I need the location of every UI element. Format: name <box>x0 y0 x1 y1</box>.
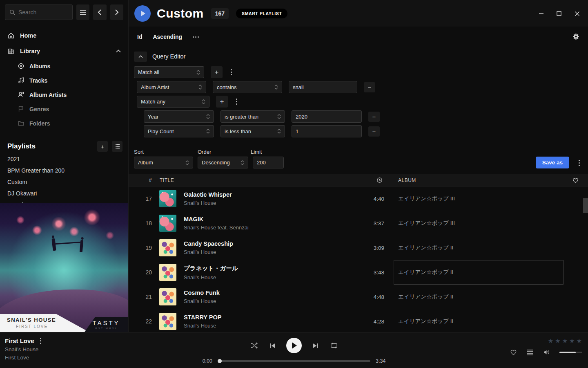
now-playing-menu-icon[interactable] <box>40 338 41 344</box>
track-duration: 3:37 <box>356 220 384 227</box>
play-playlist-button[interactable] <box>134 5 151 22</box>
queue-button[interactable] <box>526 349 534 356</box>
more-options-icon[interactable] <box>193 36 199 38</box>
star-icon[interactable]: ★ <box>555 337 561 345</box>
rule-field-select[interactable]: Year <box>144 110 214 123</box>
remove-rule-button[interactable]: − <box>368 112 380 122</box>
track-row[interactable]: 19 Candy Spaceship Snail’s House 3:09 エイ… <box>129 236 588 260</box>
query-rule-row: Year is greater than − <box>144 110 380 123</box>
play-pause-button[interactable] <box>286 338 302 353</box>
maximize-button[interactable] <box>552 8 566 19</box>
seek-knob[interactable] <box>218 359 222 363</box>
playlist-item[interactable]: DJ Okawari <box>0 188 128 199</box>
track-row[interactable]: 22 STARRY POP Snail’s House 4:28 エイリアン☆ポ… <box>129 309 588 332</box>
favorite-button[interactable] <box>509 348 518 356</box>
group-menu-button[interactable] <box>234 97 239 106</box>
chevron-up-icon <box>138 55 143 58</box>
menu-button[interactable] <box>76 4 89 20</box>
sidebar-item-folders[interactable]: Folders <box>0 116 128 130</box>
track-title: プラネット・ガール <box>184 265 356 272</box>
forward-button[interactable] <box>110 4 123 20</box>
sidebar-item-genres[interactable]: Genres <box>0 102 128 116</box>
back-button[interactable] <box>93 4 106 20</box>
tracklist-scrollbar[interactable] <box>583 198 588 213</box>
query-group-2-row: Match any + <box>137 96 239 108</box>
sidebar-item-album-artists[interactable]: Album Artists <box>0 88 128 102</box>
order-label: Order <box>198 149 211 155</box>
now-playing-info: First Love Snail’s House First Love <box>5 337 41 361</box>
heart-icon <box>572 177 579 183</box>
save-menu-button[interactable] <box>577 158 581 168</box>
repeat-button[interactable] <box>329 341 339 350</box>
albums-icon <box>18 63 24 70</box>
rule-operator-select[interactable]: is greater than <box>220 110 285 123</box>
rule-field-select[interactable]: Play Count <box>144 125 214 137</box>
save-as-button[interactable]: Save as <box>536 157 569 168</box>
track-row[interactable]: 20 プラネット・ガール Snail’s House 3:48 エイリアン☆ポッ… <box>129 260 588 285</box>
track-album[interactable]: エイリアン☆ポップ III <box>398 211 570 236</box>
playlist-list-button[interactable] <box>112 141 122 152</box>
track-row[interactable]: 21 Cosmo Funk Snail’s House 4:48 エイリアン☆ポ… <box>129 285 588 309</box>
sidebar-item-library[interactable]: Library <box>0 43 128 59</box>
group-menu-button[interactable] <box>229 67 234 77</box>
playlist-item[interactable]: BPM Greater than 200 <box>0 165 128 176</box>
rule-value-input[interactable] <box>289 81 357 93</box>
star-icon[interactable]: ★ <box>577 337 582 345</box>
star-icon[interactable]: ★ <box>548 337 554 345</box>
rule-value-input[interactable] <box>292 125 362 137</box>
track-row[interactable]: 18 MAGIK Snail’s House feat. Sennzai 3:3… <box>129 211 588 236</box>
match-mode-select[interactable]: Match all <box>134 66 204 78</box>
track-row[interactable]: 17 Galactic Whisper Snail’s House 4:40 エ… <box>129 186 588 211</box>
sidebar-item-home[interactable]: Home <box>0 28 128 43</box>
shuffle-button[interactable] <box>249 341 259 350</box>
kebab-icon <box>236 99 237 105</box>
minimize-button[interactable] <box>534 8 548 19</box>
column-favorite[interactable] <box>570 177 588 183</box>
star-icon[interactable]: ★ <box>562 337 568 345</box>
column-index[interactable]: # <box>129 177 152 183</box>
track-album[interactable]: エイリアン☆ポップ III <box>398 186 570 211</box>
track-album[interactable]: エイリアン☆ポップ II <box>398 285 570 309</box>
track-album-focused[interactable]: エイリアン☆ポップ II <box>398 260 570 285</box>
playlist-item[interactable]: 2021 <box>0 153 128 165</box>
query-limit-input[interactable] <box>253 157 284 168</box>
seek-bar[interactable] <box>218 360 370 362</box>
close-button[interactable] <box>570 8 584 19</box>
rule-value-input[interactable] <box>292 110 362 123</box>
page-title: Custom <box>157 7 204 20</box>
library-icon <box>7 47 15 55</box>
column-title[interactable]: TITLE <box>152 177 356 183</box>
column-duration[interactable] <box>376 177 384 183</box>
add-playlist-button[interactable]: + <box>97 141 108 152</box>
query-editor-collapse-button[interactable] <box>134 52 147 62</box>
add-rule-button[interactable]: + <box>211 66 223 78</box>
previous-track-button[interactable] <box>269 342 276 350</box>
track-artist: Snail’s House <box>184 200 356 206</box>
sidebar-item-tracks[interactable]: Tracks <box>0 73 128 88</box>
rule-operator-select[interactable]: is less than <box>220 125 285 137</box>
sort-direction-control[interactable]: Ascending <box>153 34 182 40</box>
rule-field-select[interactable]: Album Artist <box>137 81 206 93</box>
mute-button[interactable] <box>542 348 551 356</box>
settings-button[interactable] <box>572 33 580 40</box>
add-rule-button[interactable]: + <box>216 96 228 108</box>
match-mode-select[interactable]: Match any <box>137 96 209 108</box>
track-album[interactable]: エイリアン☆ポップ II <box>398 309 570 332</box>
query-order-select[interactable]: Descending <box>198 157 248 168</box>
chevron-up-icon[interactable] <box>116 49 121 53</box>
remove-rule-button[interactable]: − <box>368 126 380 137</box>
volume-slider[interactable] <box>559 352 582 353</box>
playlist-item[interactable]: Custom <box>0 176 128 188</box>
star-icon[interactable]: ★ <box>569 337 575 345</box>
query-sort-select[interactable]: Album <box>134 157 193 168</box>
sidebar-item-albums[interactable]: Albums <box>0 59 128 73</box>
rule-operator-select[interactable]: contains <box>213 81 282 93</box>
folders-icon <box>18 120 24 127</box>
sort-field-control[interactable]: Id <box>137 34 142 40</box>
player-right: ★★★★★ <box>509 337 582 356</box>
track-album[interactable]: エイリアン☆ポップ II <box>398 236 570 260</box>
rating-stars[interactable]: ★★★★★ <box>548 337 582 345</box>
remove-rule-button[interactable]: − <box>364 82 375 92</box>
column-album[interactable]: ALBUM <box>398 177 570 183</box>
next-track-button[interactable] <box>312 342 319 350</box>
